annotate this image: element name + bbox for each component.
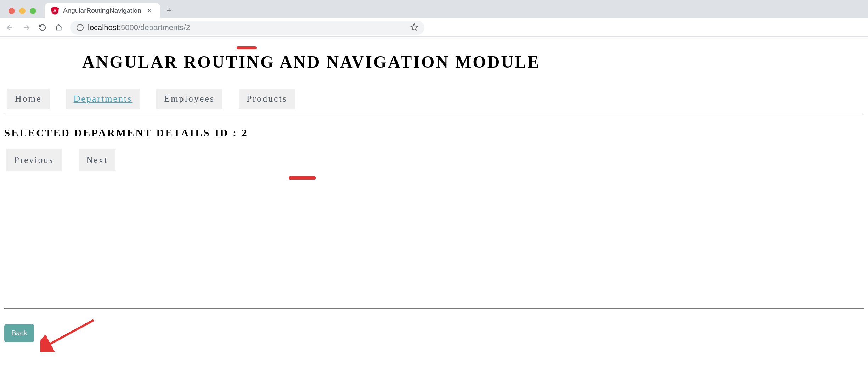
forward-nav-icon[interactable]: [21, 23, 31, 33]
browser-toolbar: i localhost:5000/departments/2: [0, 18, 868, 37]
window-maximize-button[interactable]: [30, 8, 36, 14]
back-button[interactable]: Back: [4, 324, 34, 342]
nav-link-home[interactable]: Home: [7, 89, 50, 109]
window-controls: [4, 8, 42, 18]
site-info-icon[interactable]: i: [77, 24, 84, 31]
annotation-underline-url: [237, 46, 257, 49]
window-close-button[interactable]: [9, 8, 15, 14]
home-icon[interactable]: [54, 23, 64, 33]
browser-tab[interactable]: AngularRoutingNavigation ✕: [45, 3, 160, 18]
angular-favicon-icon: [51, 7, 59, 15]
back-nav-icon[interactable]: [5, 23, 15, 33]
url-text: localhost:5000/departments/2: [88, 23, 190, 32]
nav-link-employees[interactable]: Employees: [156, 89, 222, 109]
pager-buttons: Previous Next: [4, 149, 864, 171]
tab-title: AngularRoutingNavigation: [63, 7, 141, 15]
nav-link-departments[interactable]: Departments: [66, 89, 140, 109]
next-button[interactable]: Next: [79, 149, 116, 171]
details-heading: SELECTED DEPARMENT DETAILS ID : 2: [4, 123, 864, 149]
browser-chrome: AngularRoutingNavigation ✕ + i localhost…: [0, 0, 868, 37]
bookmark-star-icon[interactable]: [410, 23, 418, 32]
footer-area: Back: [4, 308, 864, 342]
window-minimize-button[interactable]: [19, 8, 26, 14]
new-tab-button[interactable]: +: [160, 5, 178, 18]
annotation-underline-id: [289, 176, 316, 180]
previous-button[interactable]: Previous: [6, 149, 62, 171]
nav-link-products[interactable]: Products: [239, 89, 295, 109]
reload-icon[interactable]: [38, 23, 47, 33]
tab-bar: AngularRoutingNavigation ✕ +: [0, 0, 868, 18]
divider: [4, 308, 864, 309]
tab-close-icon[interactable]: ✕: [146, 7, 154, 15]
nav-links: Home Departments Employees Products: [4, 89, 864, 114]
address-bar[interactable]: i localhost:5000/departments/2: [70, 21, 424, 35]
page-title: ANGULAR ROUTING AND NAVIGATION MODULE: [4, 37, 864, 89]
page-content: ANGULAR ROUTING AND NAVIGATION MODULE Ho…: [0, 37, 868, 171]
